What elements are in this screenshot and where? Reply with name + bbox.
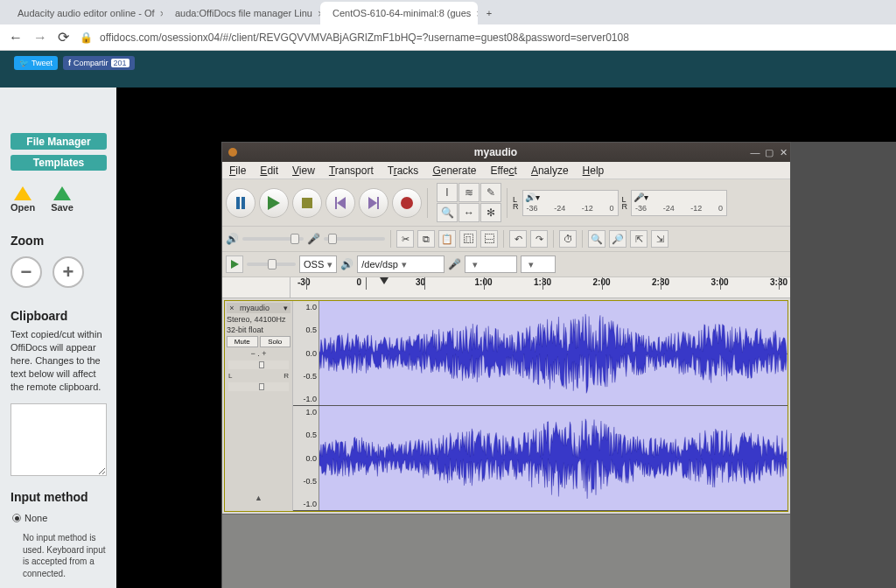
playback-speed-slider[interactable] bbox=[247, 262, 296, 266]
skip-end-button[interactable] bbox=[359, 188, 388, 218]
zoom-tool-icon[interactable]: 🔍 bbox=[437, 203, 458, 222]
mixer-toolbar: 🔊 🎤 ✂ ⧉ 📋 ⿵ ⿱ ↶ ↷ bbox=[222, 227, 790, 252]
remote-desktop[interactable]: myaudio — ▢ ✕ File Edit View Transport T… bbox=[116, 88, 896, 588]
draw-tool-icon[interactable]: ✎ bbox=[480, 183, 501, 202]
gdrive-open-button[interactable]: Open bbox=[10, 186, 35, 213]
cut-icon[interactable]: ✂ bbox=[396, 230, 414, 248]
skip-start-button[interactable] bbox=[326, 188, 355, 218]
mic-icon: 🎤 bbox=[307, 233, 320, 245]
play-button[interactable] bbox=[259, 188, 289, 218]
multi-tool-icon[interactable]: ✻ bbox=[480, 203, 501, 222]
zoom-out-icon[interactable]: 🔎 bbox=[609, 230, 626, 248]
tweet-button[interactable]: 🐦 Tweet bbox=[14, 56, 58, 70]
window-titlebar[interactable]: myaudio — ▢ ✕ bbox=[222, 143, 790, 162]
minimize-icon[interactable]: — bbox=[748, 147, 762, 158]
zoom-heading: Zoom bbox=[10, 234, 108, 248]
browser-tab-2[interactable]: CentOS-610-64-minimal:8 (gues × bbox=[320, 2, 478, 24]
clipboard-desc: Text copied/cut within OffiDocs will app… bbox=[10, 328, 108, 393]
output-volume-slider[interactable] bbox=[242, 237, 304, 241]
track-area: × myaudio▾ Stereo, 44100Hz 32-bit float … bbox=[224, 300, 788, 512]
playback-meter[interactable]: LR 🔊▾ -36-24-120 bbox=[513, 190, 619, 216]
device-toolbar: OSS▾ 🔊 /dev/dsp▾ 🎤 ▾ ▾ bbox=[222, 252, 790, 277]
track-info: 32-bit float bbox=[227, 326, 290, 334]
window-title: myaudio bbox=[243, 146, 748, 158]
copy-icon[interactable]: ⧉ bbox=[417, 230, 435, 248]
stop-button[interactable] bbox=[292, 188, 322, 218]
zoom-in-button[interactable]: + bbox=[52, 256, 84, 288]
menu-generate[interactable]: Generate bbox=[432, 164, 476, 177]
app-menu-icon[interactable] bbox=[228, 147, 238, 158]
timeline-ruler[interactable]: -300301:001:302:002:303:003:30 bbox=[222, 277, 790, 298]
input-none-radio[interactable]: None bbox=[12, 513, 108, 523]
menu-tracks[interactable]: Tracks bbox=[388, 164, 419, 177]
track-menu-dropdown[interactable]: myaudio▾ bbox=[238, 304, 290, 312]
track-close-icon[interactable]: × bbox=[228, 304, 236, 312]
menu-file[interactable]: File bbox=[229, 164, 246, 177]
input-method-desc: No input method is used. Keyboard input … bbox=[10, 532, 108, 579]
pause-button[interactable] bbox=[226, 188, 256, 218]
waveform-left[interactable]: 1.00.50.0-0.5-1.0 bbox=[293, 301, 788, 406]
timeshift-tool-icon[interactable]: ↔ bbox=[458, 203, 480, 222]
track-control-panel[interactable]: × myaudio▾ Stereo, 44100Hz 32-bit float … bbox=[225, 301, 293, 511]
forward-icon[interactable]: → bbox=[33, 30, 47, 46]
menu-view[interactable]: View bbox=[292, 164, 315, 177]
speaker-icon: 🔊 bbox=[226, 233, 239, 245]
address-bar[interactable]: 🔒 offidocs.com/osessionx04/#/client/REVG… bbox=[80, 32, 887, 44]
new-tab-button[interactable]: + bbox=[478, 2, 500, 24]
gdrive-icon bbox=[53, 186, 71, 200]
zoom-in-icon[interactable]: 🔍 bbox=[588, 230, 606, 248]
record-meter[interactable]: LR 🎤▾ -36-24-120 bbox=[622, 190, 728, 216]
redo-icon[interactable]: ↷ bbox=[530, 230, 548, 248]
browser-tab-1[interactable]: auda:OffiDocs file manager Linu × bbox=[163, 2, 320, 24]
host-dropdown[interactable]: OSS▾ bbox=[299, 256, 337, 273]
play-small-icon[interactable] bbox=[226, 256, 243, 273]
menu-edit[interactable]: Edit bbox=[260, 164, 278, 177]
desktop-background bbox=[116, 142, 221, 588]
sync-lock-icon[interactable]: ⏱ bbox=[559, 230, 577, 248]
tracks-empty-area[interactable] bbox=[222, 514, 790, 588]
menu-analyze[interactable]: Analyze bbox=[531, 164, 569, 177]
url-text: offidocs.com/osessionx04/#/client/REVGQV… bbox=[100, 32, 629, 44]
channels-dropdown[interactable]: ▾ bbox=[521, 256, 556, 273]
undo-icon[interactable]: ↶ bbox=[509, 230, 527, 248]
menu-effect[interactable]: Effect bbox=[490, 164, 516, 177]
track-info: Stereo, 44100Hz bbox=[227, 315, 290, 324]
mute-button[interactable]: Mute bbox=[227, 336, 258, 347]
desktop-background bbox=[791, 142, 896, 588]
solo-button[interactable]: Solo bbox=[260, 336, 291, 347]
trim-icon[interactable]: ⿵ bbox=[459, 230, 477, 248]
gdrive-icon bbox=[14, 186, 32, 200]
back-icon[interactable]: ← bbox=[9, 30, 23, 46]
page-banner: 🐦 Tweet f Compartir 201 bbox=[0, 51, 896, 88]
browser-tab-0[interactable]: Audacity audio editor online - Of × bbox=[5, 2, 163, 24]
input-device-dropdown[interactable]: ▾ bbox=[465, 256, 517, 273]
close-icon[interactable]: ✕ bbox=[776, 147, 790, 158]
output-device-dropdown[interactable]: /dev/dsp▾ bbox=[357, 256, 444, 273]
zoom-out-button[interactable]: − bbox=[10, 256, 42, 288]
vnc-viewport: myaudio — ▢ ✕ File Edit View Transport T… bbox=[116, 51, 896, 588]
file-manager-button[interactable]: File Manager bbox=[10, 133, 107, 149]
fb-share-button[interactable]: f Compartir 201 bbox=[63, 56, 135, 70]
paste-icon[interactable]: 📋 bbox=[438, 230, 456, 248]
fit-project-icon[interactable]: ⇲ bbox=[651, 230, 668, 248]
envelope-tool-icon[interactable]: ≋ bbox=[458, 183, 480, 202]
gain-slider[interactable] bbox=[228, 360, 289, 369]
reload-icon[interactable]: ⟳ bbox=[58, 29, 69, 46]
waveform-right[interactable]: 1.00.50.0-0.5-1.0 bbox=[293, 406, 788, 511]
menu-help[interactable]: Help bbox=[583, 164, 605, 177]
templates-button[interactable]: Templates bbox=[10, 155, 107, 171]
maximize-icon[interactable]: ▢ bbox=[762, 147, 776, 158]
silence-icon[interactable]: ⿱ bbox=[480, 230, 498, 248]
fit-selection-icon[interactable]: ⇱ bbox=[630, 230, 648, 248]
desktop-background bbox=[116, 88, 896, 142]
menu-transport[interactable]: Transport bbox=[329, 164, 374, 177]
clipboard-textarea[interactable] bbox=[10, 403, 107, 476]
track-collapse-icon[interactable]: ▲ bbox=[227, 494, 290, 509]
playhead-icon[interactable] bbox=[380, 277, 388, 284]
pan-slider[interactable] bbox=[228, 382, 289, 391]
input-volume-slider[interactable] bbox=[324, 237, 385, 241]
gdrive-save-button[interactable]: Save bbox=[51, 186, 74, 213]
selection-tool-icon[interactable]: I bbox=[437, 183, 458, 202]
record-button[interactable] bbox=[392, 188, 422, 218]
browser-tabstrip: Audacity audio editor online - Of × auda… bbox=[0, 0, 896, 24]
